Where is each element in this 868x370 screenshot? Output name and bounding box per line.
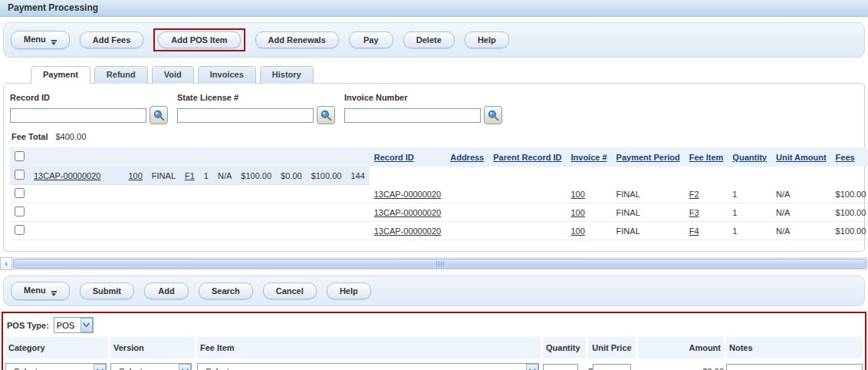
category-header: Category: [5, 337, 108, 358]
col-invoice[interactable]: Invoice #: [571, 153, 607, 162]
col-fee-item[interactable]: Fee Item: [689, 153, 724, 162]
col-quantity[interactable]: Quantity: [732, 153, 767, 162]
address-cell: [446, 185, 488, 203]
row-checkbox[interactable]: [15, 170, 25, 180]
caret-down-icon: [51, 40, 57, 45]
search-fields: Record ID State License # Invoice Number: [10, 91, 858, 124]
quantity-cell: 1: [728, 185, 771, 203]
record-id-link[interactable]: 13CAP-00000020: [34, 171, 100, 180]
version-select[interactable]: --Select--: [110, 363, 192, 370]
add-button[interactable]: Add: [144, 282, 189, 299]
fee-item-select[interactable]: --Select--: [197, 363, 539, 370]
unit-price-header: Unit Price: [588, 337, 636, 358]
invoice-link[interactable]: 100: [571, 226, 585, 236]
fee-total-label: Fee Total: [12, 132, 48, 141]
fees-cell: $100.00: [831, 185, 868, 203]
help-button-bottom[interactable]: Help: [327, 282, 371, 299]
payment-period-cell: FINAL: [612, 185, 685, 203]
unit-amount-cell: N/A: [771, 185, 831, 203]
add-fees-button[interactable]: Add Fees: [80, 31, 144, 48]
unit-amount-cell: N/A: [213, 167, 236, 185]
unit-price-input[interactable]: [593, 364, 631, 370]
delete-button[interactable]: Delete: [403, 31, 455, 48]
pos-grid-controls: --Select-- --Select-- --Select-- $ $0.00: [5, 358, 863, 370]
record-id-link[interactable]: 13CAP-00000020: [374, 208, 441, 217]
fee-item-link[interactable]: F1: [185, 171, 195, 180]
menu-button[interactable]: Menu: [11, 31, 70, 49]
row-checkbox[interactable]: [15, 225, 25, 235]
help-button[interactable]: Help: [465, 31, 509, 48]
table-row: 13CAP-00000020 100 FINAL F2 1 N/A $100.0…: [10, 185, 868, 203]
invoice-link[interactable]: 100: [571, 208, 585, 217]
amount-header: Amount: [638, 337, 724, 358]
state-license-search-button[interactable]: [317, 106, 335, 124]
tab-void[interactable]: Void: [152, 66, 194, 84]
pos-grid-headers: Category Version Fee Item Quantity Unit …: [5, 337, 863, 358]
col-payment-period[interactable]: Payment Period: [616, 153, 680, 162]
pos-section-highlight-box: POS Type: POS Category Version Fee Item …: [2, 312, 866, 370]
version-select-wrap: --Select--: [110, 363, 192, 370]
tab-invoices[interactable]: Invoices: [198, 66, 256, 84]
invoice-number-search-button[interactable]: [484, 106, 502, 124]
tab-refund[interactable]: Refund: [94, 66, 148, 84]
col-parent-record-id[interactable]: Parent Record ID: [493, 153, 561, 162]
category-select[interactable]: --Select--: [5, 363, 107, 370]
record-id-link[interactable]: 13CAP-00000020: [374, 190, 441, 199]
fees-table: Record ID Address Parent Record ID Invoi…: [10, 147, 868, 240]
row-checkbox[interactable]: [15, 188, 25, 198]
invoice-link[interactable]: 100: [571, 190, 585, 199]
parent-record-cell: [488, 185, 566, 203]
payment-period-cell: FINAL: [147, 167, 180, 185]
menu-button-label: Menu: [24, 286, 46, 295]
quantity-header: Quantity: [543, 337, 586, 358]
notes-input[interactable]: [726, 364, 863, 370]
col-record-id[interactable]: Record ID: [374, 153, 414, 162]
fees-cell: $100.00: [831, 222, 868, 240]
paid-cell: $0.00: [276, 167, 307, 185]
payment-period-cell: FINAL: [612, 203, 685, 222]
record-id-link[interactable]: 13CAP-00000020: [374, 226, 441, 236]
row-checkbox[interactable]: [15, 206, 25, 216]
outstanding-cell: $100.00: [307, 167, 347, 185]
invoice-number-input[interactable]: [344, 108, 481, 123]
address-cell: [446, 203, 488, 222]
tab-payment[interactable]: Payment: [31, 66, 90, 84]
add-renewals-button[interactable]: Add Renewals: [255, 31, 339, 48]
tab-bar: Payment Refund Void Invoices History: [31, 66, 868, 83]
caret-down-icon: [51, 291, 57, 296]
record-id-search-button[interactable]: [150, 106, 168, 124]
pos-type-select[interactable]: POS: [54, 317, 94, 333]
tab-history[interactable]: History: [260, 66, 314, 84]
fee-item-link[interactable]: F2: [689, 190, 699, 199]
magnifier-icon: [488, 110, 499, 121]
invoice-link[interactable]: 100: [128, 171, 142, 180]
scrollbar-track[interactable]: [12, 257, 868, 270]
submit-button[interactable]: Submit: [80, 282, 134, 299]
pay-button[interactable]: Pay: [349, 31, 393, 48]
scrollbar-thumb[interactable]: [13, 259, 866, 269]
col-address[interactable]: Address: [450, 153, 484, 162]
chevron-left-icon[interactable]: ‹: [0, 257, 12, 270]
record-id-input[interactable]: [10, 108, 146, 123]
state-license-input[interactable]: [177, 108, 314, 123]
pos-type-label: POS Type:: [7, 321, 49, 330]
add-pos-item-button[interactable]: Add POS Item: [158, 31, 240, 48]
unit-amount-cell: N/A: [771, 203, 831, 222]
menu-button-label: Menu: [24, 35, 46, 44]
col-fees[interactable]: Fees: [836, 153, 855, 162]
menu-button-bottom[interactable]: Menu: [11, 282, 70, 300]
col-unit-amount[interactable]: Unit Amount: [776, 153, 827, 162]
receipt-cell: 144: [346, 167, 369, 185]
state-license-label: State License #: [177, 93, 335, 102]
pos-type-row: POS Type: POS: [5, 315, 863, 337]
fee-item-link[interactable]: F4: [689, 226, 699, 236]
fee-item-link[interactable]: F3: [689, 208, 699, 217]
quantity-input[interactable]: [543, 364, 578, 370]
search-button[interactable]: Search: [199, 282, 253, 299]
parent-record-cell: [114, 167, 123, 185]
select-all-checkbox[interactable]: [15, 151, 25, 161]
fees-cell: $100.00: [236, 167, 276, 185]
cancel-button[interactable]: Cancel: [263, 282, 317, 299]
parent-record-cell: [488, 203, 566, 222]
unit-amount-cell: N/A: [771, 222, 831, 240]
